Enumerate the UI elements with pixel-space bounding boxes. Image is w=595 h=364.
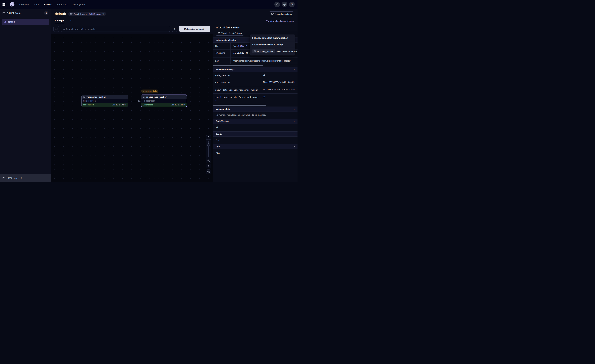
section-config[interactable]: Config ▼ — [213, 131, 298, 137]
folder-icon — [2, 177, 5, 179]
materialize-dropdown-caret[interactable]: ▾ — [206, 26, 210, 32]
tooltip-title: 1 change since last materialization — [250, 35, 295, 42]
asset-node-versioned-number[interactable]: versioned_number No description Material… — [81, 95, 128, 107]
zoom-control-group — [206, 135, 211, 163]
sidebar-group-row[interactable]: 250321-dvers 1 — [0, 9, 51, 17]
zoom-in-button[interactable] — [206, 135, 211, 139]
section-type[interactable]: Type ▼ — [213, 144, 298, 149]
folder-icon — [2, 12, 5, 14]
tooltip-detail: versioned_number has a new data version — [250, 47, 295, 55]
horizontal-scrollbar[interactable] — [213, 65, 297, 66]
tag-value: 11 — [261, 94, 298, 104]
tag-value: f6ccba1776380941e9cd1ea66481d — [261, 79, 298, 86]
asset-node-status: Materialized — [83, 104, 94, 106]
nav-item-overview[interactable]: Overview — [19, 3, 29, 6]
sidebar: 250321-dvers 1 default 250321-dvers ↻ — [0, 9, 51, 182]
nav-item-assets[interactable]: Assets — [44, 3, 52, 6]
materialize-selected-button[interactable]: ✦ Materialize selected ▾ — [179, 26, 210, 32]
table-icon — [143, 96, 145, 98]
asset-detail-panel: multiplied_number View in Asset Catalog … — [213, 24, 298, 182]
asset-group-icon — [70, 13, 72, 15]
nav-links: Overview Runs Assets Automation Deployme… — [19, 3, 85, 6]
tag-key: input_event_pointer/versioned_number — [213, 94, 261, 104]
sidebar-item-default[interactable]: default — [1, 19, 49, 25]
type-value: Any — [213, 149, 298, 158]
row-label: Timestamp — [213, 49, 231, 57]
tab-lineage[interactable]: Lineage — [55, 19, 64, 24]
tag-key: code_version — [213, 72, 261, 79]
refresh-graph-button[interactable]: ↻ — [172, 26, 177, 32]
change-tooltip: 1 change since last materialization 1 up… — [250, 35, 295, 56]
tag-key: input_data_version/versioned_number — [213, 86, 261, 93]
path-link[interactable]: /Users/smackesey/stm/code/elementl/exper… — [233, 60, 290, 62]
lineage-canvas[interactable]: versioned_number No description Material… — [51, 34, 213, 182]
config-value: Any — [213, 137, 298, 144]
view-global-asset-lineage-link[interactable]: View global asset lineage — [266, 20, 294, 24]
download-icon — [207, 170, 210, 173]
tag-row: data_version f6ccba1776380941e9cd1ea6648… — [213, 79, 298, 86]
row-label: Run — [213, 43, 231, 49]
badge-group-link[interactable]: 250321-dvers — [88, 13, 101, 15]
zoom-slider[interactable] — [206, 139, 211, 158]
asset-node-multiplied-number[interactable]: multiplied_number No description Materia… — [141, 95, 187, 107]
hamburger-menu-icon[interactable] — [2, 2, 7, 7]
section-metadata-plots[interactable]: Metadata plots ▼ — [213, 106, 298, 112]
nav-item-runs[interactable]: Runs — [34, 3, 39, 6]
tag-key: data_version — [213, 79, 261, 86]
section-code-version[interactable]: Code Version ▼ — [213, 119, 298, 124]
expand-panel-button[interactable] — [53, 26, 59, 32]
search-icon[interactable] — [274, 1, 280, 7]
horizontal-scrollbar[interactable] — [213, 105, 297, 106]
asset-node-name: versioned_number — [86, 96, 106, 98]
reload-definitions-button[interactable]: Reload definitions — [269, 11, 294, 16]
dagster-app: Overview Runs Assets Automation Deployme… — [0, 0, 298, 182]
chevron-down-icon[interactable]: ▼ — [294, 133, 295, 135]
tag-value: fb04dcb6970e4c3d1873de51fd5a5 — [261, 86, 298, 93]
refresh-icon[interactable]: ↻ — [102, 13, 104, 15]
asset-node-timestamp: Mar 21, 5:19 PM — [112, 104, 126, 106]
dagster-logo[interactable] — [9, 1, 15, 7]
unsynced-badge[interactable]: ↻ Unsynced (1) — [141, 90, 158, 93]
asset-group-icon — [4, 21, 6, 23]
tab-list[interactable]: List — [68, 19, 72, 24]
chevron-down-icon[interactable]: ▼ — [294, 69, 295, 70]
asset-node-timestamp: Mar 21, 5:12 PM — [171, 104, 185, 106]
asset-node-header: versioned_number — [82, 95, 128, 99]
asset-chip[interactable]: versioned_number — [252, 49, 275, 53]
tabs-row: Lineage List View global asset lineage — [51, 17, 298, 24]
chevron-down-icon[interactable]: ▼ — [294, 108, 295, 110]
sidebar-group-name: 250321-dvers — [7, 12, 43, 14]
chevron-down-icon[interactable]: ▼ — [294, 120, 295, 122]
top-nav: Overview Runs Assets Automation Deployme… — [0, 0, 298, 9]
badge-prefix: Asset Group in — [74, 13, 87, 15]
settings-gear-icon[interactable]: ⚙ — [289, 1, 295, 7]
graph-settings-button[interactable]: ⚙ — [206, 164, 211, 168]
refresh-icon[interactable]: ↻ — [21, 177, 23, 179]
svg-text:?: ? — [284, 3, 285, 5]
nav-item-automation[interactable]: Automation — [57, 3, 68, 6]
page-header: default Asset Group in 250321-dvers ↻ — [51, 9, 298, 17]
metadata-plots-empty-text: No numeric metadata entries available to… — [213, 112, 298, 119]
help-icon[interactable]: ? — [282, 1, 287, 7]
run-id-link[interactable]: a5347ef7 — [237, 45, 247, 47]
nav-item-deployment[interactable]: Deployment — [73, 3, 85, 6]
asset-node-description: No description — [82, 99, 128, 103]
download-graph-button[interactable] — [206, 169, 211, 174]
sidebar-group-count-badge: 1 — [44, 11, 48, 14]
chevron-down-icon[interactable]: ▼ — [294, 146, 295, 147]
sidebar-footer-label: 250321-dvers — [7, 177, 19, 179]
tag-value: v1 — [261, 72, 298, 79]
search-input[interactable] — [66, 28, 168, 30]
search-icon — [63, 28, 65, 30]
section-materialization-tags[interactable]: Materialization tags ▼ — [213, 67, 298, 72]
sidebar-footer[interactable]: 250321-dvers ↻ — [0, 174, 51, 182]
nav-icon-group: ? ⚙ — [274, 1, 295, 7]
view-in-asset-catalog-button[interactable]: View in Asset Catalog — [216, 31, 244, 36]
asset-node-footer: Materialized Mar 21, 5:12 PM — [141, 103, 187, 107]
zoom-slider-thumb[interactable] — [207, 143, 210, 146]
zoom-out-icon — [207, 159, 210, 162]
materialize-sparkle-icon: ✦ — [181, 28, 183, 30]
tag-row: input_event_pointer/versioned_number 11 — [213, 94, 298, 104]
table-row-path: path /Users/smackesey/stm/code/elementl/… — [213, 57, 298, 64]
zoom-out-button[interactable] — [206, 158, 211, 163]
